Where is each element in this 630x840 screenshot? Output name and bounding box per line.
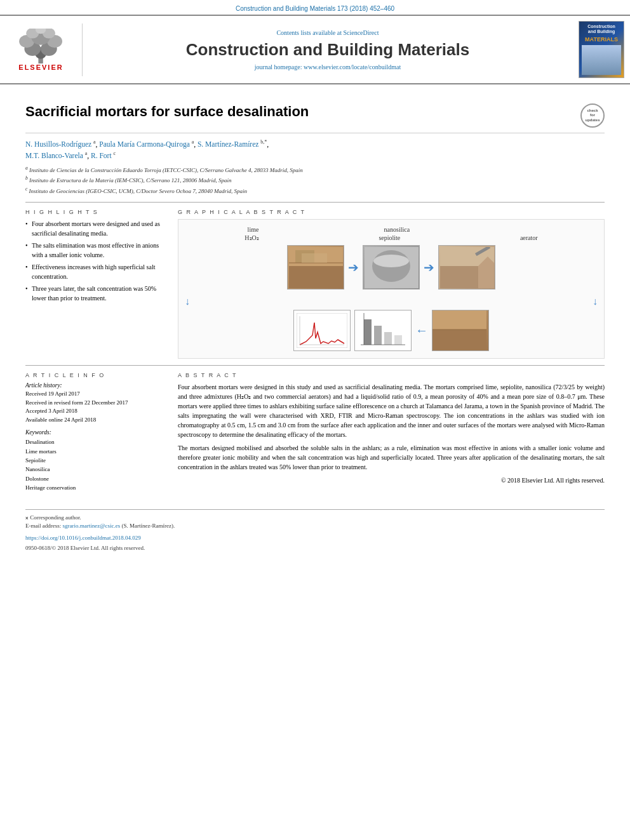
keyword-5: Dolostone <box>25 474 165 483</box>
affil-sup-a3: a <box>85 151 88 157</box>
author-name-5[interactable]: R. Fort <box>91 152 112 159</box>
author-name-4[interactable]: M.T. Blanco-Varela <box>25 152 83 159</box>
page-footer: ⁎ Corresponding author. E-mail address: … <box>25 509 605 551</box>
ga-top-row: ➔ ➔ <box>185 245 598 290</box>
highlights-column: H I G H L I G H T S Four absorbent morta… <box>25 209 165 359</box>
article-info-column: A R T I C L E I N F O Article history: R… <box>25 372 165 492</box>
highlight-item-1: Four absorbent mortars were designed and… <box>25 219 165 238</box>
ga-arrow-down-left: ↓ <box>185 296 190 307</box>
spectrum-svg <box>297 313 347 348</box>
keywords-list: Desalination Lime mortars Sepiolite Nano… <box>25 437 165 492</box>
affil-sup-a1: a <box>93 139 96 145</box>
ga-labels-row: lime nanosilica <box>185 226 598 233</box>
graphical-abstract-area: lime nanosilica H₂O₂ sepiolite aerator <box>178 219 605 359</box>
highlight-item-3: Effectiveness increases with high superf… <box>25 262 165 281</box>
result-svg <box>432 310 486 351</box>
cover-title: Constructionand Building <box>587 24 615 35</box>
journal-homepage: journal homepage: www.elsevier.com/locat… <box>95 63 560 70</box>
authors-line: N. Husillos-Rodríguez a, Paula María Car… <box>25 138 605 162</box>
svg-rect-14 <box>302 253 327 263</box>
svg-rect-27 <box>374 326 382 345</box>
ga-label-nanosilica: nanosilica <box>384 226 410 233</box>
ga-sublabels-row: H₂O₂ sepiolite aerator <box>185 234 598 241</box>
journal-title: Construction and Building Materials <box>95 40 560 60</box>
elsevier-logo-area: ELSEVIER <box>0 23 83 76</box>
affil-sup-b: b,* <box>260 139 267 145</box>
ga-label-lime: lime <box>248 226 259 233</box>
keyword-4: Nanosilica <box>25 465 165 474</box>
bar-chart-svg <box>358 310 408 348</box>
abstract-label: A B S T R A C T <box>178 372 605 378</box>
ga-arrow-right-2: ➔ <box>424 260 434 275</box>
email-note: E-mail address: sgrario.martinez@csic.es… <box>25 522 605 531</box>
journal-cover-area: Constructionand Building MATERIALS <box>573 16 630 83</box>
main-content: Sacrificial mortars for surface desalina… <box>0 84 630 499</box>
abstract-paragraph-1: Four absorbent mortars were designed in … <box>178 382 605 439</box>
check-updates-text: checkforupdates <box>585 109 600 123</box>
email-label: E-mail address: <box>25 523 61 529</box>
ga-sublabel-sepiolite: sepiolite <box>379 234 400 241</box>
history-title: Article history: <box>25 382 165 389</box>
svg-rect-28 <box>384 332 392 345</box>
journal-header-center: Contents lists available at ScienceDirec… <box>83 23 573 77</box>
email-author-name: (S. Martínez-Ramírez). <box>122 523 175 529</box>
author-name-3[interactable]: S. Martínez-Ramírez <box>198 140 258 148</box>
svg-rect-12 <box>289 266 343 288</box>
cover-materials: MATERIALS <box>585 36 618 43</box>
ga-sublabel-aerator: aerator <box>520 234 538 241</box>
affiliations: a Instituto de Ciencias de la Construcci… <box>25 164 605 196</box>
issn-text: 0950-0618/© 2018 Elsevier Ltd. All right… <box>25 545 145 551</box>
graphical-abstract-column: G R A P H I C A L A B S T R A C T lime n… <box>178 209 605 359</box>
received-date: Received 19 April 2017 <box>25 390 165 399</box>
article-title-row: Sacrificial mortars for surface desalina… <box>25 103 605 133</box>
copyright-notice: © 2018 Elsevier Ltd. All rights reserved… <box>178 476 605 485</box>
author-name-1[interactable]: N. Husillos-Rodríguez <box>25 140 91 148</box>
highlights-list: Four absorbent mortars were designed and… <box>25 219 165 303</box>
divider-1 <box>25 202 605 203</box>
affiliation-a: a Instituto de Ciencias de la Construcci… <box>25 164 605 175</box>
apply-svg <box>440 247 494 288</box>
ga-arrow-left: ← <box>415 323 428 338</box>
svg-point-17 <box>373 255 409 267</box>
svg-rect-19 <box>440 266 478 288</box>
keyword-2: Lime mortars <box>25 447 165 456</box>
corresponding-author-label: ⁎ Corresponding author. <box>25 514 81 521</box>
abstract-text: Four absorbent mortars were designed in … <box>178 382 605 485</box>
ga-arrows-down-row: ↓ ↓ <box>185 293 598 310</box>
keyword-1: Desalination <box>25 437 165 446</box>
keywords-section: Keywords: Desalination Lime mortars Sepi… <box>25 429 165 492</box>
ga-stone-image <box>287 245 344 290</box>
ga-arrow-down-right: ↓ <box>593 296 598 307</box>
sciencedirect-line: Contents lists available at ScienceDirec… <box>95 29 560 36</box>
email-address[interactable]: sgrario.martinez@csic.es <box>62 523 120 529</box>
footer-bottom: https://doi.org/10.1016/j.conbuildmat.20… <box>25 535 605 541</box>
ga-result-image <box>432 310 489 351</box>
accepted-date: Accepted 3 April 2018 <box>25 407 165 416</box>
homepage-link[interactable]: www.elsevier.com/locate/conbuildmat <box>304 63 401 70</box>
sd-prefix: Contents lists available at <box>276 29 343 36</box>
graphical-abstract-label: G R A P H I C A L A B S T R A C T <box>178 209 605 215</box>
available-date: Available online 24 April 2018 <box>25 416 165 425</box>
highlights-label: H I G H L I G H T S <box>25 209 165 215</box>
keyword-6: Heritage conservation <box>25 483 165 492</box>
affiliation-c: c Instituto de Geociencias (IGEO-CSIC, U… <box>25 185 605 196</box>
ga-apply-image <box>438 245 495 290</box>
article-history: Article history: Received 19 April 2017 … <box>25 382 165 424</box>
page: Construction and Building Materials 173 … <box>0 0 630 840</box>
abstract-column: A B S T R A C T Four absorbent mortars w… <box>178 372 605 492</box>
svg-rect-29 <box>394 335 402 345</box>
top-citation: Construction and Building Materials 173 … <box>0 0 630 15</box>
homepage-prefix: journal homepage: <box>255 63 304 70</box>
highlight-item-4: Three years later, the salt concentratio… <box>25 284 165 303</box>
ga-bottom-row: ← <box>185 310 598 351</box>
ga-sublabel-h2o2: H₂O₂ <box>245 234 258 241</box>
article-info-label: A R T I C L E I N F O <box>25 372 165 378</box>
keyword-3: Sepiolite <box>25 456 165 465</box>
citation-text: Construction and Building Materials 173 … <box>236 5 394 12</box>
author-name-2[interactable]: Paula María Carmona-Quiroga <box>99 140 189 148</box>
doi-link[interactable]: https://doi.org/10.1016/j.conbuildmat.20… <box>25 535 141 541</box>
sd-link[interactable]: ScienceDirect <box>343 29 379 36</box>
revised-date: Received in revised form 22 December 201… <box>25 399 165 408</box>
elsevier-label: ELSEVIER <box>18 63 63 71</box>
keywords-title: Keywords: <box>25 429 165 436</box>
